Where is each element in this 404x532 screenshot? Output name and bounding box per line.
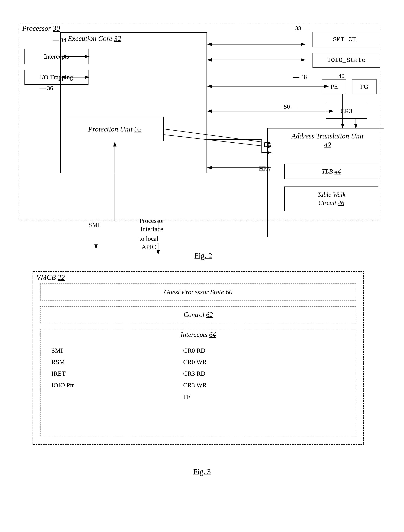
list-item: CR0 RD [183,345,207,356]
svg-marker-2 [15,11,17,13]
list-item: PF [183,391,207,402]
ref-38-label: 38 — [295,25,309,32]
figure-3-wrapper: VMCB 22 Guest Processor State 60 Control… [32,271,372,476]
fig3-caption: Fig. 3 [32,467,372,476]
control-box: Control 62 [40,306,356,323]
intercepts64-right-items: CR0 RD CR0 WR CR3 RD CR3 WR PF [183,345,207,402]
figure-2: Processor 30 Execution Core 32 Intercept… [15,11,391,260]
list-item: SMI [51,345,74,356]
intercepts-box: Intercepts [25,49,88,64]
exec-core-label: Execution Core 32 [68,34,121,43]
list-item: CR3 WR [183,379,207,391]
vmcb-label: VMCB 22 [36,273,65,282]
svg-marker-1 [15,11,17,13]
table-walk-circuit-box: Table Walk Circuit 46 [284,186,379,211]
tlb-box: TLB 44 [284,164,379,179]
cr3-box: CR3 [326,104,367,119]
ref-36-label: — 36 [39,85,53,92]
intercepts64-label: Intercepts 64 [40,331,356,339]
list-item: IRET [51,368,74,379]
list-item: RSM [51,356,74,368]
pe-box: PE [322,79,346,94]
processor-label: Processor 30 [22,24,60,32]
ioio-state-box: IOIO_State [313,53,380,68]
list-item: CR0 WR [183,356,207,368]
ref-50-label: 50 — [284,103,297,110]
gps-box: Guest Processor State 60 [40,283,356,301]
ref-48-label: — 48 [293,73,307,80]
intercepts64-left-items: SMI RSM IRET IOIO Ptr [51,345,74,391]
ref-34-label: — 34 [53,37,66,44]
pg-box: PG [352,79,377,94]
list-item: IOIO Ptr [51,379,74,391]
smi-label: SMI [88,221,100,229]
list-item: CR3 RD [183,368,207,379]
figure-3: VMCB 22 Guest Processor State 60 Control… [32,271,372,463]
smi-ctl-box: SMI_CTL [313,32,380,47]
protection-unit-box: Protection Unit 52 [66,117,164,141]
processor-interface-label: ProcessorInterface [139,217,164,233]
io-trapping-box: I/O Trapping [25,70,88,85]
ref-40-label: 40 [339,72,345,79]
svg-marker-0 [15,11,17,13]
fig2-caption: Fig. 2 [195,251,212,260]
addr-trans-label: Address Translation Unit 42 [282,132,373,149]
to-local-apic-label: to localAPIC [139,235,158,251]
